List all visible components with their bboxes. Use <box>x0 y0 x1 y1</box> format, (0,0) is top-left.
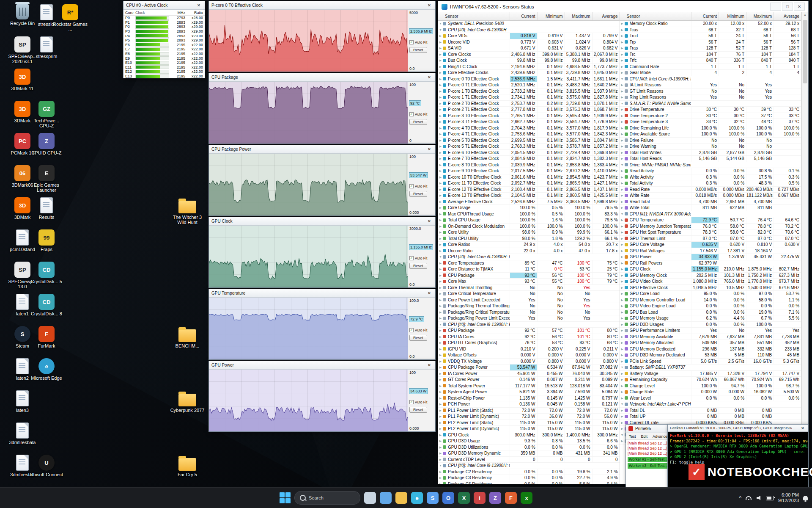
expand-icon[interactable]: ▶ <box>438 266 443 272</box>
hwinfo-titlebar[interactable]: HWiNFO64 v7.62-5200 - Sensors Status – □… <box>438 1 808 12</box>
expand-icon[interactable]: ▶ <box>620 328 625 334</box>
expand-icon[interactable]: ▶ <box>620 21 625 27</box>
expand-icon[interactable]: ▶ <box>620 45 625 51</box>
expand-icon[interactable]: ▶ <box>438 113 443 119</box>
expand-icon[interactable]: ▶ <box>620 224 625 229</box>
sensor-group-header[interactable]: ▼Drive: NVMe PM9A1 NVMe Samsung... <box>620 162 801 168</box>
taskbar-icon-file-explorer[interactable] <box>395 492 407 504</box>
sensor-row[interactable]: ▶Ring/LLC Clock2,194.6 MHz0.1 MHz4,688.5… <box>438 64 620 70</box>
expand-icon[interactable]: ▶ <box>438 217 443 223</box>
expand-icon[interactable]: ▶ <box>620 64 625 70</box>
sensor-row[interactable]: ▶GPU Effective Clock1,048.5 MHz10.5 MHz1… <box>620 285 801 291</box>
expand-icon[interactable]: ▶ <box>620 420 625 426</box>
close-icon[interactable]: ✕ <box>426 147 433 152</box>
expand-icon[interactable]: ▶ <box>438 45 443 51</box>
graph-titlebar[interactable]: CPU Package✕ <box>209 73 435 82</box>
search-input[interactable]: Search <box>294 491 360 505</box>
expand-icon[interactable]: ▶ <box>438 33 443 39</box>
sensor-row[interactable]: ▶P-core 1 T1 Effective Clock2,734.1 MHz0… <box>438 94 620 101</box>
expand-icon[interactable]: ▶ <box>620 322 625 328</box>
graph-titlebar[interactable]: GPU Power✕ <box>209 361 435 370</box>
expand-icon[interactable]: ▶ <box>438 138 443 144</box>
sensor-row[interactable]: ▶Drive WarningNoNoNo <box>620 144 801 150</box>
sensor-row[interactable]: ▶Package/Ring Power Limit ExceededYesNoY… <box>438 315 620 322</box>
sensor-row[interactable]: ▶E-core 6 T0 Effective Clock2,054.5 MHz0… <box>438 150 620 156</box>
desktop-icon-the-witcher-3-wild-hunt[interactable]: The Witcher 3 Wild Hunt <box>168 197 207 225</box>
expand-icon[interactable]: ▶ <box>620 383 625 389</box>
expand-icon[interactable]: ▶ <box>620 352 625 358</box>
reset-button[interactable]: Reset <box>409 407 427 413</box>
desktop-icon-ubisoft-connect[interactable]: UUbisoft Connect <box>27 455 66 477</box>
expand-icon[interactable]: ▶ <box>438 297 443 303</box>
expand-icon[interactable]: ▶ <box>438 119 443 125</box>
sensor-row[interactable]: ▶Memory Clock Ratio30.00 x12.00 x52.00 x… <box>620 21 801 27</box>
close-icon[interactable]: ✕ <box>426 3 433 8</box>
expand-icon[interactable]: ▶ <box>438 211 443 217</box>
sensor-row[interactable]: ▶Trc184 T76 T184 T184 T <box>620 52 801 58</box>
expand-icon[interactable]: ▶ <box>620 168 625 174</box>
expand-icon[interactable]: ▶ <box>438 315 443 321</box>
expand-icon[interactable]: ▶ <box>620 39 625 45</box>
sensor-row[interactable]: ▶Core Temperatures89 °C47 °C100 °C75 °C <box>438 260 620 267</box>
taskbar-icon-microsoft-store[interactable]: S <box>427 492 439 504</box>
sensor-row[interactable]: ▶GPU D3D Memory Dynamic359 MB0 MB431 MB3… <box>438 450 620 457</box>
taskbar-icon-cpu-z[interactable]: Z <box>489 492 501 504</box>
expand-icon[interactable]: ▶ <box>438 346 443 352</box>
expand-icon[interactable]: ▼ <box>620 211 625 217</box>
sensor-row[interactable]: ▶GPU D3D Utilizations0.0 %0.0 %0.0 %0.0 … <box>438 444 620 451</box>
sensor-row[interactable]: ▶Package C2 Residency0.0 %0.0 %19.8 %2.1… <box>438 469 620 475</box>
sensor-row[interactable]: ▶CPU Package Power53.547 W6.534 W87.941 … <box>438 364 620 371</box>
tray-expand-icon[interactable]: ^ <box>739 495 741 501</box>
desktop-icon-crystaldisk-8[interactable]: CDCrystalDisk... 8 <box>27 294 66 316</box>
sensor-row[interactable]: ▶Read Activity0.0 %0.0 %30.8 %0.1 % <box>620 168 801 174</box>
sensor-row[interactable]: ▶Core Ratios24.9 x4.0 x54.0 x20.7 x <box>438 242 620 248</box>
expand-icon[interactable]: ▶ <box>620 180 625 186</box>
desktop-icon-far-cry-5[interactable]: Far Cry 5 <box>168 455 207 477</box>
autofit-checkbox[interactable]: ✓Auto Fit <box>409 184 427 188</box>
graph-titlebar[interactable]: CPU Package Power✕ <box>209 145 435 154</box>
sensor-row[interactable]: ▶PCH Power0.136 W0.045 W0.158 W0.121 W <box>438 401 620 408</box>
sensor-row[interactable]: ▶P-core 2 T0 Effective Clock2,753.7 MHz0… <box>438 101 620 107</box>
close-icon[interactable]: ✕ <box>195 3 202 8</box>
sensor-row[interactable]: ▶IA Limit ReasonsYesNoYes <box>620 82 801 88</box>
expand-icon[interactable]: ▶ <box>438 260 443 266</box>
battery-icon[interactable] <box>766 496 774 500</box>
expand-icon[interactable]: ▶ <box>438 174 443 180</box>
graph-titlebar[interactable]: P-core 0 T0 Effective Clock✕ <box>209 1 435 10</box>
taskbar-icon-microsoft-edge[interactable]: e <box>411 492 423 504</box>
sensor-row[interactable]: ▶Write Rate0.018 MB/s0.000 MB/s181.122 M… <box>620 193 801 199</box>
desktop-icon-epic-games-launcher[interactable]: EEpic Games Launcher <box>27 165 66 193</box>
sensor-row[interactable]: ▶CPU IA Cores92 °C56 °C101 °C80 °C <box>438 334 620 340</box>
expand-icon[interactable]: ▶ <box>438 359 443 364</box>
expand-icon[interactable]: ▶ <box>620 426 625 432</box>
sensor-row[interactable]: ▶Core Thermal ThrottlingNoNoYes <box>438 285 620 291</box>
minimize-icon[interactable]: – <box>770 3 781 11</box>
menu-item-test[interactable]: Test <box>629 434 636 439</box>
expand-icon[interactable]: ▶ <box>620 236 625 242</box>
taskbar-icon-xbox[interactable]: x <box>521 492 532 504</box>
sensor-row[interactable]: ▶GPU Hot Spot Temperature78.3 °C58.0 °C8… <box>620 229 801 236</box>
expand-icon[interactable]: ▶ <box>438 168 443 174</box>
expand-icon[interactable]: ▼ <box>438 27 443 33</box>
expand-icon[interactable]: ▶ <box>438 58 443 64</box>
sensor-row[interactable]: ▶P-core 3 T0 Effective Clock2,765.1 MHz0… <box>438 113 620 119</box>
expand-icon[interactable]: ▶ <box>620 125 625 131</box>
expand-icon[interactable]: ▶ <box>620 58 625 64</box>
desktop-icon-furmark[interactable]: FFurMark <box>27 326 66 348</box>
expand-icon[interactable]: ▶ <box>620 70 625 76</box>
expand-icon[interactable]: ▼ <box>438 322 443 328</box>
sensor-row[interactable]: ▶Uncore VID0.773 V0.603 V1.024 V0.804 V <box>438 39 620 46</box>
desktop-icon-microsoft-edge[interactable]: eMicrosoft Edge <box>27 358 66 381</box>
taskbar-icon-hwinfo64[interactable]: i <box>474 492 486 504</box>
expand-icon[interactable]: ▶ <box>620 371 625 377</box>
sensor-row[interactable]: ▶Read Total4,700 MB2,651 MB4,700 MB <box>620 199 801 205</box>
expand-icon[interactable]: ▶ <box>620 119 625 125</box>
desktop-icon-techpowe-gpu-z[interactable]: GZTechPowe... GPU-Z <box>27 101 66 128</box>
expand-icon[interactable]: ▶ <box>620 174 625 180</box>
reset-button[interactable]: Reset <box>409 191 427 197</box>
sensor-row[interactable]: ▶GPU Performance LimitersYesNoYesYes <box>620 328 801 334</box>
expand-icon[interactable]: ▶ <box>438 88 443 94</box>
expand-icon[interactable]: ▶ <box>438 285 443 291</box>
sensor-row[interactable]: ▶Drive Temperature 333 °C32 °C48 °C37 °C <box>620 119 801 125</box>
expand-icon[interactable]: ▶ <box>620 156 625 162</box>
